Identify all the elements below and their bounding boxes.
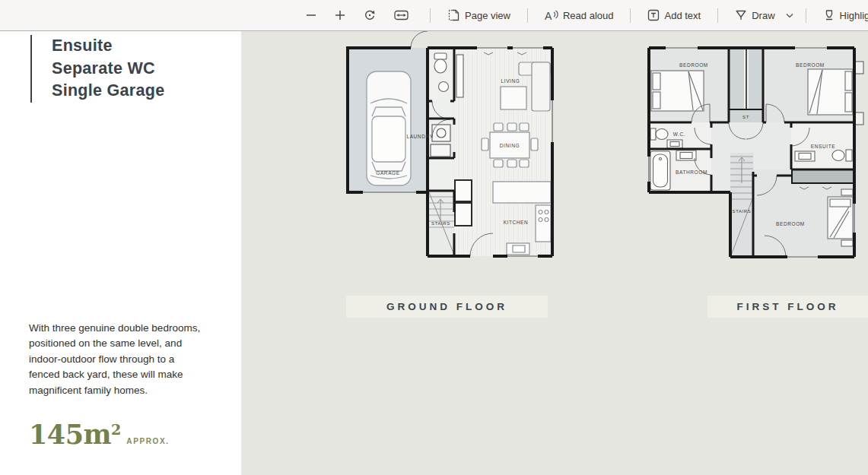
feature-line: Ensuite [52,35,164,58]
draw-label: Draw [752,10,774,21]
svg-text:A: A [545,10,552,22]
draw-pen-icon [735,9,747,21]
ground-floor-plan: GARAGE LAUNDRY LIVING DINING KITCHEN STA… [344,31,557,259]
area-superscript: 2 [111,421,121,438]
zoom-in-button[interactable] [329,4,351,27]
description-line: fenced back yard, these will make [29,367,219,382]
add-text-button[interactable]: Add text [640,4,708,27]
left-panel: Ensuite Separate WC Single Garage With t… [0,31,241,475]
zoom-out-button[interactable] [300,4,323,27]
minus-icon [306,10,316,21]
description-line: With three genuine double bedrooms, [29,321,219,336]
read-aloud-button[interactable]: A Read aloud [537,4,622,27]
room-label-bedroom2: BEDROOM [796,62,825,68]
description-line: magnificent family homes. [29,383,219,398]
floor-area: 145m2APPROX. [29,419,170,450]
room-label-living: LIVING [501,78,520,84]
feature-line: Single Garage [52,80,164,103]
fit-to-width-button[interactable] [388,4,415,27]
toolbar-separator [806,8,806,23]
add-text-label: Add text [664,10,701,21]
feature-line: Separate WC [52,58,164,81]
bed-icon [651,71,704,111]
room-label-wc: W.C. [673,131,685,137]
area-note: APPROX. [126,437,169,445]
pdf-toolbar: Page view A Read aloud Add text Draw Hig… [0,0,868,31]
read-aloud-icon: A [545,9,558,21]
bed-icon [828,189,853,246]
chevron-down-icon [786,13,793,18]
feature-list: Ensuite Separate WC Single Garage [30,35,164,103]
fit-to-width-icon [394,9,409,21]
bed-icon [808,69,853,115]
toolbar-separator [717,8,718,23]
room-label-stairs: STAIRS [431,221,450,226]
draw-button[interactable]: Draw [727,4,782,27]
description-line: positioned on the same level, and [29,336,219,351]
plan-canvas: GARAGE LAUNDRY LIVING DINING KITCHEN STA… [241,31,868,475]
room-label-laundry: LAUNDRY [406,134,433,139]
toolbar-separator [630,8,631,23]
room-label-stairs: STAIRS [733,209,752,214]
rotate-button[interactable] [358,4,382,27]
page-view-label: Page view [465,10,510,21]
highlight-label: Highlight [840,10,868,21]
highlight-button[interactable]: Highlight [816,4,868,27]
description-line: indoor-outdoor flow through to a [29,352,219,367]
room-label-bathroom: BATHROOM [676,169,707,175]
draw-dropdown-chevron[interactable] [783,4,796,27]
toolbar-separator [430,8,431,23]
car-icon [367,71,411,185]
room-label-garage: GARAGE [376,170,399,176]
highlighter-icon [823,9,835,21]
plus-icon [335,10,345,21]
ground-floor-caption: GROUND FLOOR [346,296,548,318]
ground-floor-caption-text: GROUND FLOOR [386,301,507,312]
room-label-dining: DINING [500,143,520,148]
room-label-kitchen: KITCHEN [504,220,529,225]
area-value: 145m [29,419,111,450]
rotate-icon [364,9,376,21]
read-aloud-label: Read aloud [563,10,614,21]
first-floor-plan: BEDROOM BEDROOM ST W.C. BATHROOM ENSUITE… [643,43,868,264]
page-view-icon [447,9,460,21]
page-view-button[interactable]: Page view [440,4,518,27]
first-floor-caption-text: FIRST FLOOR [737,301,839,312]
toolbar-separator [527,8,528,23]
room-label-bedroom1: BEDROOM [679,62,708,68]
room-label-st: ST [742,115,749,119]
first-floor-caption: FIRST FLOOR [707,296,868,318]
room-label-ensuite: ENSUITE [811,144,835,149]
description-paragraph: With three genuine double bedrooms, posi… [29,321,219,398]
pdf-page: Ensuite Separate WC Single Garage With t… [0,31,868,475]
add-text-icon [647,9,660,21]
pdf-viewer-window: Page view A Read aloud Add text Draw Hig… [0,0,868,475]
room-label-bedroom3: BEDROOM [776,221,805,226]
